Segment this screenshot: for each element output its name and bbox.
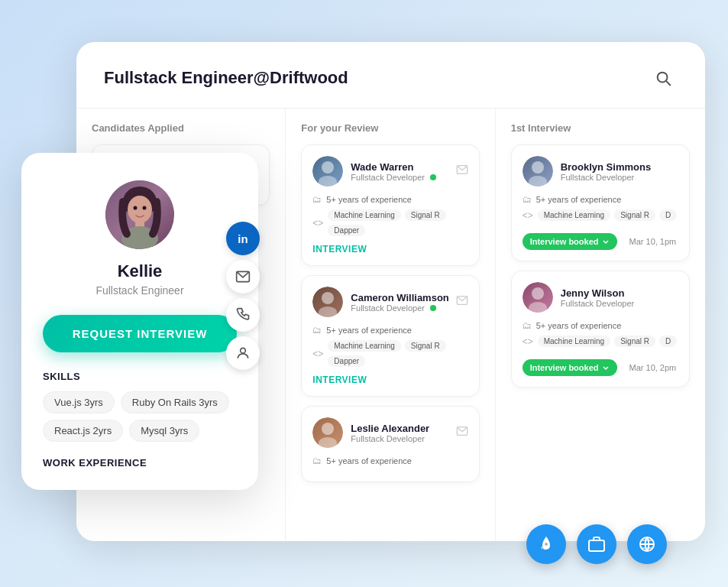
main-header: Fullstack Engineer@Driftwood: [76, 42, 705, 109]
experience-detail: 🗂 5+ years of experience: [523, 320, 678, 331]
candidate-name-role: Wade Warren Fullstack Developer: [351, 161, 436, 182]
skills-section: SKILLS Vue.js 3yrs Ruby On Rails 3yrs Re…: [43, 371, 237, 442]
svg-point-8: [322, 292, 334, 304]
skills-tags: Machine Learning Signal R D: [538, 336, 678, 347]
svg-point-17: [529, 302, 547, 313]
skills-title: SKILLS: [43, 371, 237, 382]
svg-point-15: [529, 176, 547, 186]
mail-icon: [235, 269, 251, 284]
skills-detail: <> Machine Learning Signal R Dapper: [312, 209, 468, 236]
candidate-top: Jenny Wilson Fullstack Developer: [523, 282, 678, 313]
skills-tags: Machine Learning Signal R D: [538, 209, 678, 221]
booked-row: Interview booked Mar 10, 2pm: [523, 352, 678, 376]
online-indicator: [430, 174, 436, 180]
profile-avatar: [105, 180, 174, 249]
globe-fab-button[interactable]: [627, 524, 667, 564]
skills-tags: Machine Learning Signal R Dapper: [328, 209, 468, 236]
skill-tag: Machine Learning: [538, 209, 611, 221]
svg-point-6: [319, 176, 337, 186]
skills-detail: <> Machine Learning Signal R D: [523, 209, 678, 221]
skill-tag: Machine Learning: [328, 209, 401, 221]
candidate-info: Leslie Alexander Fullstack Developer: [312, 417, 429, 448]
code-icon: <>: [312, 349, 323, 359]
candidate-card: Jenny Wilson Fullstack Developer 🗂 5+ ye…: [511, 271, 690, 388]
candidate-info: Wade Warren Fullstack Developer: [312, 156, 436, 186]
profile-name: Kellie: [43, 261, 237, 281]
svg-line-1: [666, 81, 670, 85]
user-icon: [235, 345, 251, 361]
candidate-name-role: Leslie Alexander Fullstack Developer: [351, 423, 429, 443]
candidate-name: Cameron Williamson: [351, 292, 448, 303]
svg-point-26: [241, 348, 246, 353]
candidate-role: Fullstack Developer: [561, 299, 635, 308]
svg-point-5: [322, 161, 334, 174]
candidate-name: Jenny Wilson: [561, 287, 635, 299]
candidate-top: Brooklyn Simmons Fullstack Developer: [523, 156, 678, 186]
skill-tag: Dapper: [328, 225, 365, 236]
phone-icon: [235, 307, 251, 323]
svg-point-9: [319, 306, 337, 317]
svg-point-24: [143, 206, 147, 210]
skill-pill: Vue.js 3yrs: [43, 391, 115, 413]
svg-point-20: [128, 196, 152, 223]
candidate-card: Cameron Williamson Fullstack Developer: [301, 275, 479, 397]
skills-grid: Vue.js 3yrs Ruby On Rails 3yrs React.js …: [43, 391, 237, 442]
experience-detail: 🗂 5+ years of experience: [312, 194, 468, 205]
column-first-interview: 1st Interview: [496, 109, 705, 541]
candidate-top: Wade Warren Fullstack Developer: [312, 156, 468, 186]
code-icon: <>: [523, 336, 533, 347]
briefcase-icon: 🗂: [523, 320, 532, 331]
phone-button[interactable]: [226, 298, 260, 332]
candidate-top: Cameron Williamson Fullstack Developer: [312, 287, 468, 317]
skill-tag: Signal R: [614, 209, 655, 221]
candidate-card: Leslie Alexander Fullstack Developer 🗂 5…: [301, 406, 479, 482]
column-for-review: For your Review: [286, 109, 495, 541]
interview-link[interactable]: INTERVIEW: [312, 375, 468, 385]
email-button[interactable]: [226, 260, 260, 294]
skill-tag: Signal R: [405, 209, 446, 221]
interview-link[interactable]: INTERVIEW: [312, 244, 468, 255]
linkedin-button[interactable]: in: [226, 222, 260, 255]
skill-tag: Dapper: [328, 355, 365, 367]
briefcase-icon: 🗂: [312, 194, 322, 205]
work-title: WORK EXPERIENCE: [43, 457, 237, 469]
column-header-applied: Candidates Applied: [92, 122, 270, 134]
briefcase-icon: 🗂: [312, 456, 322, 466]
social-sidebar: in: [226, 222, 260, 370]
profile-avatar-wrap: [43, 180, 237, 249]
skill-pill: React.js 2yrs: [43, 420, 123, 442]
search-button[interactable]: [649, 63, 678, 92]
svg-rect-28: [589, 540, 604, 551]
rocket-icon: [537, 535, 555, 553]
interview-booked-button[interactable]: Interview booked: [523, 359, 617, 376]
experience-detail: 🗂 5+ years of experience: [523, 194, 678, 205]
code-icon: <>: [312, 218, 323, 229]
candidate-name-role: Jenny Wilson Fullstack Developer: [561, 287, 635, 308]
avatar: [523, 282, 553, 313]
skills-detail: <> Machine Learning Signal R D: [523, 336, 678, 347]
message-icon: [456, 425, 468, 440]
booked-row: Interview booked Mar 10, 1pm: [523, 225, 678, 250]
experience-detail: 🗂 5+ years of experience: [312, 325, 468, 336]
skill-pill: Ruby On Rails 3yrs: [121, 391, 229, 413]
svg-point-14: [532, 161, 544, 174]
skills-detail: <> Machine Learning Signal R Dapper: [312, 340, 468, 367]
request-interview-button[interactable]: REQUEST INTERVIEW: [43, 315, 237, 352]
launch-fab-button[interactable]: [526, 524, 566, 564]
candidate-role: Fullstack Developer: [351, 303, 448, 313]
candidate-role: Fullstack Developer: [351, 434, 429, 443]
svg-point-27: [545, 543, 548, 546]
profile-card: Kellie Fullstack Engineer REQUEST INTERV…: [21, 153, 258, 490]
skill-tag: D: [659, 209, 677, 221]
briefcase-fab-button[interactable]: [577, 524, 616, 564]
online-indicator: [430, 305, 436, 311]
work-experience-section: WORK EXPERIENCE: [43, 457, 237, 469]
candidate-name: Leslie Alexander: [351, 423, 429, 434]
profile-button[interactable]: [226, 336, 260, 370]
skill-tag: Machine Learning: [328, 340, 401, 352]
profile-role: Fullstack Engineer: [43, 284, 237, 297]
interview-booked-button[interactable]: Interview booked: [523, 233, 617, 250]
candidate-card: Wade Warren Fullstack Developer: [301, 144, 479, 266]
candidate-name-role: Brooklyn Simmons Fullstack Developer: [561, 161, 651, 182]
candidate-name: Wade Warren: [351, 161, 436, 173]
